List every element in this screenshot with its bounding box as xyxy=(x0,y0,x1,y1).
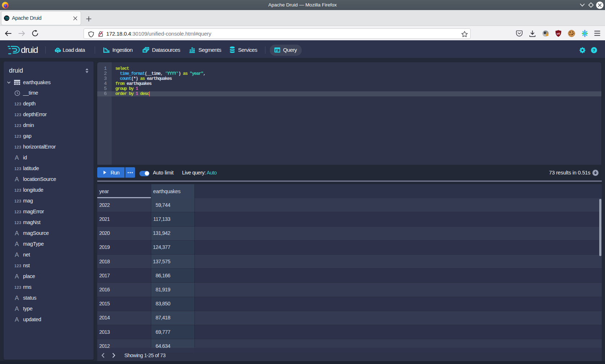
svg-text:?: ? xyxy=(593,48,595,53)
svg-text:u0: u0 xyxy=(557,32,560,35)
